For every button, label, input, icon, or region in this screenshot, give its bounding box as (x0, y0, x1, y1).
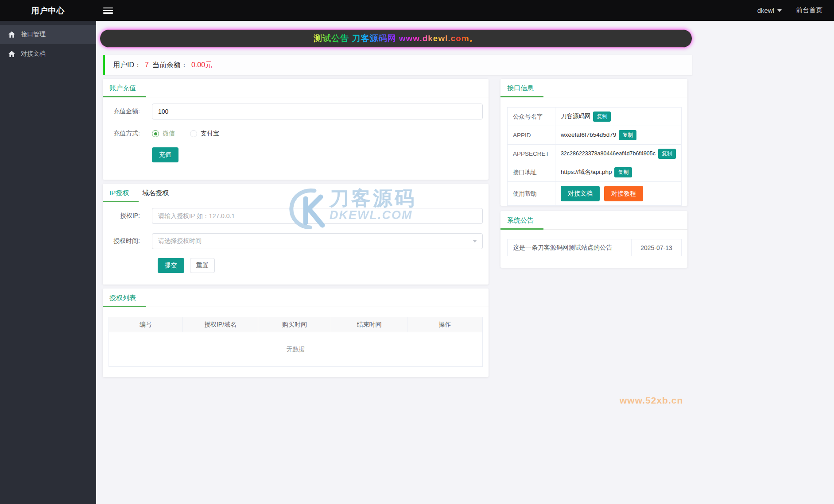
row-value: wxeefaf6f7b54d5d79 (561, 131, 616, 138)
radio-alipay[interactable]: 支付宝 (190, 130, 219, 138)
chevron-down-icon (777, 9, 782, 12)
notice-date: 2025-07-13 (632, 239, 682, 256)
notice-row: 这是一条刀客源码网测试站点的公告 2025-07-13 (508, 239, 682, 256)
corner-watermark: www.52xb.cn (620, 395, 683, 406)
reset-button[interactable]: 重置 (190, 258, 215, 273)
tab-system-notice[interactable]: 系统公告 (507, 212, 534, 229)
table-row: APPSECRET 32c286223378a80446eaf4d7b6f490… (508, 145, 682, 163)
api-info-header: 接口信息 (500, 79, 687, 97)
home-icon (8, 31, 15, 38)
tab-domain-auth[interactable]: 域名授权 (142, 184, 169, 202)
sidebar-item-docs[interactable]: 对接文档 (0, 44, 96, 64)
system-notice-header: 系统公告 (500, 211, 687, 230)
copy-button[interactable]: 复制 (614, 167, 632, 177)
table-row: 接口地址 https://域名/api.php复制 (508, 163, 682, 182)
recharge-amount-row: 充值金额: (103, 104, 489, 119)
sidebar-item-api-management[interactable]: 接口管理 (0, 25, 96, 44)
row-label: 公众号名字 (508, 108, 555, 126)
tab-account-recharge[interactable]: 账户充值 (109, 79, 136, 97)
auth-list-header: 授权列表 (103, 289, 489, 307)
radio-wechat-label: 微信 (163, 130, 175, 138)
notice-table: 这是一条刀客源码网测试站点的公告 2025-07-13 (507, 239, 682, 256)
recharge-submit-row: 充值 (103, 147, 489, 162)
col-ip-domain: 授权IP/域名 (183, 317, 258, 332)
user-id-label: 用户ID： (113, 61, 141, 70)
empty-row: 无数据 (109, 332, 483, 367)
menu-toggle-icon[interactable] (103, 8, 113, 14)
auth-time-label: 授权时间: (109, 237, 152, 245)
recharge-button[interactable]: 充值 (152, 147, 178, 162)
table-row: 公众号名字 刀客源码网复制 (508, 108, 682, 126)
sidebar-item-label: 对接文档 (21, 50, 46, 58)
auth-ip-input[interactable] (152, 208, 483, 224)
auth-ip-row: 授权IP: (103, 208, 489, 224)
payment-method-radio-group: 微信 支付宝 (152, 130, 219, 138)
col-buy-time: 购买时间 (258, 317, 331, 332)
row-value: https://域名/api.php (561, 169, 612, 175)
method-label: 充值方式: (109, 130, 152, 138)
front-home-link[interactable]: 前台首页 (796, 6, 822, 15)
recharge-card-header: 账户充值 (103, 79, 489, 97)
amount-input[interactable] (152, 104, 483, 119)
auth-buttons-row: 提交 重置 (103, 258, 489, 273)
empty-state-text: 无数据 (109, 332, 483, 367)
copy-button[interactable]: 复制 (619, 130, 636, 140)
copy-button[interactable]: 复制 (658, 149, 676, 159)
app-title: 用户中心 (0, 5, 96, 16)
recharge-card: 账户充值 充值金额: 充值方式: 微信 支付宝 充值 (103, 79, 489, 180)
tab-api-info[interactable]: 接口信息 (507, 79, 534, 97)
row-value: 刀客源码网 (561, 113, 591, 119)
username: dkewl (757, 7, 774, 14)
user-center-page: 用户中心 dkewl 前台首页 接口管理 对接文档 测试公告 刀客源码网 www… (0, 0, 834, 504)
auth-list-card: 授权列表 编号 授权IP/域名 购买时间 结束时间 操作 无数据 (103, 289, 489, 377)
tutorial-button[interactable]: 对接教程 (604, 186, 643, 201)
row-label: 接口地址 (508, 163, 555, 182)
top-header: 用户中心 dkewl 前台首页 (0, 0, 834, 21)
recharge-method-row: 充值方式: 微信 支付宝 (103, 130, 489, 138)
sidebar-item-label: 接口管理 (21, 31, 46, 38)
user-id-value: 7 (145, 61, 149, 69)
balance-label: 当前余额： (152, 61, 188, 70)
chevron-down-icon (473, 240, 477, 242)
radio-wechat[interactable]: 微信 (152, 130, 175, 138)
system-notice-card: 系统公告 这是一条刀客源码网测试站点的公告 2025-07-13 (500, 211, 687, 268)
amount-label: 充值金额: (109, 108, 152, 115)
auth-time-row: 授权时间: 请选择授权时间 (103, 233, 489, 249)
announcement-banner: 测试公告 刀客源码网 www.dkewl.com。 (100, 29, 692, 48)
copy-button[interactable]: 复制 (593, 112, 611, 122)
submit-button[interactable]: 提交 (158, 258, 184, 273)
auth-time-select[interactable]: 请选择授权时间 (152, 233, 483, 249)
api-info-table: 公众号名字 刀客源码网复制 APPID wxeefaf6f7b54d5d79复制… (507, 107, 682, 206)
radio-alipay-label: 支付宝 (201, 130, 219, 138)
user-dropdown[interactable]: dkewl (757, 7, 782, 14)
col-end-time: 结束时间 (331, 317, 407, 332)
notice-text: 这是一条刀客源码网测试站点的公告 (508, 239, 632, 256)
col-number: 编号 (109, 317, 183, 332)
row-value: 32c286223378a80446eaf4d7b6f4905c (561, 150, 656, 157)
auth-ip-label: 授权IP: (109, 212, 152, 220)
sidebar: 接口管理 对接文档 (0, 21, 96, 504)
radio-selected-icon (152, 130, 159, 137)
user-info-bar: 用户ID： 7 当前余额： 0.00元 (103, 55, 692, 75)
authorization-card: IP授权 域名授权 授权IP: 授权时间: 请选择授权时间 提交 重置 (103, 184, 489, 285)
home-icon (8, 51, 15, 57)
tab-auth-list[interactable]: 授权列表 (109, 289, 136, 307)
announcement-text: 测试公告 刀客源码网 www.dkewl.com。 (314, 33, 478, 44)
header-right: dkewl 前台首页 (757, 6, 834, 15)
help-row: 使用帮助 对接文档 对接教程 (508, 182, 682, 206)
authorization-card-header: IP授权 域名授权 (103, 184, 489, 202)
docs-button[interactable]: 对接文档 (561, 186, 600, 201)
table-header-row: 编号 授权IP/域名 购买时间 结束时间 操作 (109, 317, 483, 332)
tab-ip-auth[interactable]: IP授权 (109, 184, 129, 202)
col-actions: 操作 (407, 317, 483, 332)
auth-time-placeholder: 请选择授权时间 (158, 237, 202, 245)
row-label: APPID (508, 126, 555, 145)
balance-value: 0.00元 (191, 61, 212, 70)
api-info-card: 接口信息 公众号名字 刀客源码网复制 APPID wxeefaf6f7b54d5… (500, 79, 687, 206)
row-label: APPSECRET (508, 145, 555, 163)
table-row: APPID wxeefaf6f7b54d5d79复制 (508, 126, 682, 145)
radio-unselected-icon (190, 130, 197, 137)
help-label: 使用帮助 (508, 182, 555, 206)
auth-list-table: 编号 授权IP/域名 购买时间 结束时间 操作 无数据 (109, 317, 483, 367)
